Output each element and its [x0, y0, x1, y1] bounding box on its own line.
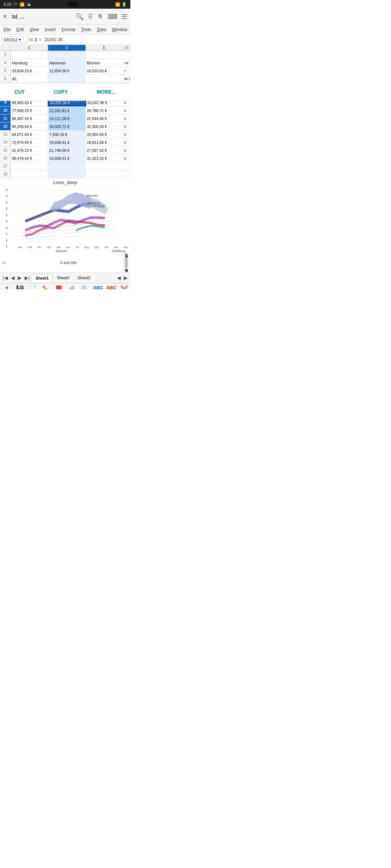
ss-cell[interactable]: 28,788.72 €	[86, 107, 123, 114]
toolbar-autospell-button[interactable]: ABC AutoSpellche	[105, 285, 117, 289]
ss-cell[interactable]: 41,676.23 €	[11, 146, 48, 154]
ss-cell[interactable]	[86, 162, 123, 170]
search-icon[interactable]: 🔍	[76, 13, 84, 21]
fx-icon[interactable]: fx	[29, 37, 33, 42]
ss-cell[interactable]	[123, 170, 130, 178]
ss-cell[interactable]: 14,111.26 €	[48, 115, 85, 122]
ss-cell[interactable]: 21,749.06 €	[48, 146, 85, 154]
mouse-icon[interactable]: 🖱	[97, 13, 104, 20]
ss-cell[interactable]: Hamburg	[11, 59, 48, 67]
ss-cell[interactable]: 30,478.43 €	[11, 154, 48, 162]
ss-cell[interactable]: 95,269.63 €	[11, 123, 48, 130]
toolbar-edit-file-button[interactable]: ✏️ Edit File	[40, 285, 52, 289]
ss-cell[interactable]: 10,010.02 €	[86, 67, 123, 75]
grid-icon[interactable]: ⠿	[88, 13, 93, 21]
ss-cell[interactable]: Ue	[123, 59, 130, 67]
toolbar-cut-button[interactable]: ✂️ Cut	[118, 285, 130, 289]
ss-cell[interactable]: 12,654.56 €	[48, 67, 85, 75]
ss-cell[interactable]	[11, 170, 48, 178]
ss-cell[interactable]: 5	[123, 139, 130, 146]
sheet-nav-next[interactable]: ▶	[17, 275, 23, 281]
cell-ref-box[interactable]: D9:D12 ▼	[1, 37, 28, 43]
ss-cell[interactable]: Hannover	[48, 59, 85, 67]
col-header-f[interactable]: U	[123, 45, 130, 51]
ss-cell[interactable]: 31,323.16 €	[86, 154, 123, 162]
ss-cell[interactable]: 29,839.61 €	[48, 139, 85, 146]
menu-tools[interactable]: Tools	[80, 26, 93, 33]
ss-cell[interactable]	[86, 170, 123, 178]
ss-cell[interactable]	[11, 162, 48, 170]
toolbar-save-button[interactable]: 💾 Save	[14, 285, 26, 289]
ss-cell[interactable]: 20,055.94 €	[86, 131, 123, 138]
ss-cell[interactable]: 32,300.20 €	[86, 123, 123, 130]
cut-button[interactable]: CUT	[9, 87, 30, 97]
toolbar-page-preview-button[interactable]: 🔍 Page Previe	[79, 285, 91, 289]
ss-cell[interactable]: 42,	[11, 75, 48, 82]
ss-cell[interactable]: 7,930.16 €	[48, 131, 85, 138]
sheet-nav-prev[interactable]: ◀	[10, 275, 16, 281]
ss-cell[interactable]	[11, 51, 48, 59]
ss-cell[interactable]: 33,658.51 €	[48, 154, 85, 162]
ss-cell[interactable]: 7	[123, 67, 130, 75]
scroll-up-arrow[interactable]: ▲	[125, 254, 128, 256]
sheet-tab-2[interactable]: Sheet2	[53, 274, 73, 281]
menu-window[interactable]: Window	[110, 26, 129, 33]
ss-cell[interactable]: 86,467.43 €	[11, 115, 48, 122]
ss-cell[interactable]: 77,665.23 €	[11, 107, 48, 114]
ss-cell[interactable]	[48, 170, 85, 178]
col-header-c[interactable]: C	[11, 45, 48, 51]
ss-cell[interactable]: 72,874.03 €	[11, 139, 48, 146]
ss-cell[interactable]: 18,811.68 €	[86, 139, 123, 146]
ss-cell[interactable]	[48, 75, 85, 82]
close-button[interactable]: ×	[3, 12, 7, 21]
menu-icon[interactable]: ☰	[122, 13, 127, 21]
more-button[interactable]: MORE...	[92, 87, 121, 97]
menu-insert[interactable]: Insert	[43, 26, 57, 33]
sheet-scroll-right[interactable]: ▶	[123, 275, 129, 281]
ss-cell[interactable]	[48, 51, 85, 59]
col-header-e[interactable]: E	[86, 45, 123, 51]
ss-cell[interactable]: 4	[123, 115, 130, 122]
ss-cell[interactable]	[123, 51, 130, 59]
scroll-down-arrow[interactable]: ▼	[125, 269, 128, 272]
ss-cell[interactable]	[86, 51, 123, 59]
sheet-nav-first[interactable]: |◀	[1, 275, 9, 281]
ss-cell[interactable]: 22,544.46 €	[86, 115, 123, 122]
equals-icon[interactable]: =	[39, 37, 42, 42]
ss-cell[interactable]: 64,071.83 €	[11, 131, 48, 138]
menu-format[interactable]: Format	[60, 26, 77, 33]
menu-edit[interactable]: Edit	[15, 26, 25, 33]
ss-cell[interactable]: 27,567.42 €	[86, 146, 123, 154]
ss-cell[interactable]	[86, 75, 123, 82]
ss-cell[interactable]: 6€ 5	[123, 75, 130, 82]
sheet-nav-last[interactable]: ▶|	[24, 275, 31, 281]
sheet-tab-1[interactable]: Sheet1	[31, 274, 52, 282]
ss-cell[interactable]: 5	[123, 123, 130, 130]
sheet-tab-3[interactable]: Sheet3	[74, 274, 94, 281]
dropdown-arrow-icon[interactable]: ▼	[18, 38, 21, 42]
ss-cell[interactable]: 4	[123, 107, 130, 114]
ss-cell[interactable]: 26,020.71 €	[48, 123, 85, 130]
col-header-d[interactable]: D	[48, 45, 85, 51]
ss-cell[interactable]	[123, 162, 130, 170]
v-scrollbar[interactable]: ▲ ▼	[124, 253, 128, 272]
toolbar-print-button[interactable]: 🖨 Print File Dir	[66, 285, 78, 289]
scroll-thumb[interactable]	[125, 257, 128, 268]
toolbar-document-as-button[interactable]: 📄 Document as	[27, 285, 39, 289]
sum-icon[interactable]: Σ	[35, 37, 38, 42]
keyboard-icon[interactable]: ⌨	[108, 13, 117, 21]
menu-file[interactable]: File	[2, 26, 12, 33]
copy-button[interactable]: COPY	[49, 87, 73, 97]
ss-cell[interactable]: Bremen	[86, 59, 123, 67]
sheet-scroll-left[interactable]: ◀	[116, 275, 122, 281]
menu-view[interactable]: View	[28, 26, 41, 33]
ss-cell[interactable]: 33,654.23 €	[11, 67, 48, 75]
ss-cell[interactable]: 22,201.81 €	[48, 107, 85, 114]
ss-cell[interactable]: 4	[123, 154, 130, 162]
ss-cell[interactable]: 4	[123, 146, 130, 154]
toolbar-spelling-button[interactable]: ABC Spelling	[92, 285, 104, 289]
ss-cell[interactable]	[48, 162, 85, 170]
ss-cell[interactable]: 6	[123, 131, 130, 138]
toolbar-export-button[interactable]: 📕 Export File Dir	[53, 285, 65, 289]
menu-data[interactable]: Data	[96, 26, 108, 33]
